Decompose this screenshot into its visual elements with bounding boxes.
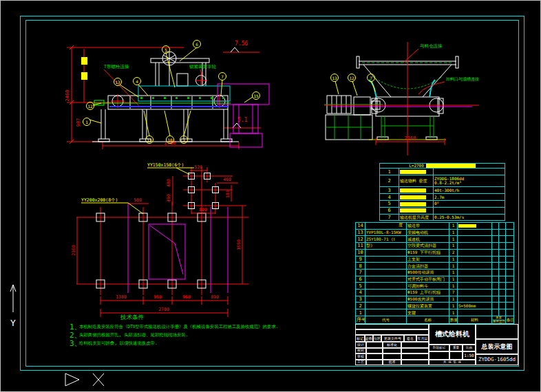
y-axis-label: Y xyxy=(10,318,16,328)
sign-cell[interactable] xyxy=(366,342,383,348)
cell-note xyxy=(506,229,514,236)
highlighted-text-bar[interactable] xyxy=(458,224,476,228)
dim-label: 2460 xyxy=(65,90,70,102)
cell-code xyxy=(365,256,407,263)
cell-w2 xyxy=(499,290,506,296)
cell-material xyxy=(458,249,492,256)
cell-qty: 1 xyxy=(449,256,458,263)
cell-note xyxy=(506,256,514,263)
highlighted-text-bar[interactable] xyxy=(400,208,426,213)
trough-highlight-box[interactable] xyxy=(138,86,230,101)
foundation-plan-drawing[interactable]: 530 480 490 460 181 800 500 1650 2160 13… xyxy=(66,160,266,323)
cell-note xyxy=(506,269,514,276)
highlighted-text-bar[interactable] xyxy=(400,188,426,193)
sign-cell[interactable] xyxy=(401,353,429,360)
cad-drawing-sheet[interactable]: 2460 987 2700 7.56 5.1 xyxy=(0,0,541,392)
cell-no: 1 xyxy=(380,168,399,175)
cell-material xyxy=(458,256,492,263)
cell-w2 xyxy=(499,296,506,303)
cell-w1 xyxy=(492,256,499,263)
cell-no: 4 xyxy=(356,290,365,296)
weight-value[interactable] xyxy=(449,351,463,360)
parameter-table[interactable]: L=2700 12输送物料 密度ZYDDG-1806dd 0.8-2.2t/m³… xyxy=(379,163,505,221)
cell-w2 xyxy=(499,263,506,270)
change-header: 签名 xyxy=(404,335,416,342)
cell-no: 7 xyxy=(356,269,365,276)
side-view-drawing[interactable]: 2460 987 2700 7.56 5.1 xyxy=(61,34,282,168)
cell-code xyxy=(365,263,407,270)
cell-qty: 1 xyxy=(449,303,458,309)
scale-label: 比例 xyxy=(463,345,476,351)
cell-no: 1 xyxy=(356,309,365,316)
cell-qty: 1 xyxy=(449,283,458,290)
doc-type: 总装示意图 xyxy=(476,339,518,354)
cell-value: 40t-300t/h xyxy=(434,187,505,194)
cell-name: 螺旋拉紧装置 xyxy=(407,303,449,309)
triangle-marker xyxy=(65,373,79,386)
balloon-number: 13 xyxy=(147,138,152,142)
cell-qty: 2 xyxy=(449,249,458,256)
dim-label: 490 xyxy=(166,194,171,202)
highlighted-text-bar[interactable] xyxy=(426,164,476,168)
highlighted-dim[interactable] xyxy=(81,57,87,65)
cell-no: 3 xyxy=(356,296,365,303)
cell-value: 0° xyxy=(434,201,505,208)
table-row: 42.7m xyxy=(380,194,505,201)
callout-label: 与料仓连接 xyxy=(420,43,443,49)
note-item: 1、 本机制造及安装应符合《DTⅡ型带式输送机设计手册》及《机械设备安装工程施工… xyxy=(70,323,302,331)
cell-code xyxy=(365,249,407,256)
stage-value[interactable] xyxy=(429,351,449,360)
change-header: 分区 xyxy=(373,335,381,342)
parts-list-table[interactable]: 14输送带113YVP180L-8-15KW变频电动机112ZSY180-71 … xyxy=(355,222,514,324)
dim-label: 1380 xyxy=(116,294,127,300)
skirt-seal-left xyxy=(369,80,376,97)
cell-code: YVP180L-8-15KW xyxy=(365,229,407,236)
cell-note xyxy=(506,303,514,309)
cell-code xyxy=(365,296,407,303)
cell-w1 xyxy=(492,309,499,316)
sign-cell[interactable] xyxy=(401,348,429,354)
cell-qty: 1 xyxy=(449,276,458,283)
stage-label: 阶段标记 xyxy=(429,345,449,351)
highlighted-text-bar[interactable] xyxy=(400,170,426,174)
idler-dots xyxy=(140,97,224,99)
dim-label: 960 xyxy=(182,294,191,300)
cell-w1 xyxy=(492,229,499,236)
col-header: 序号 xyxy=(356,316,365,324)
note-item: 3、 给料机支架可折叠, 以便快速更换皮带. xyxy=(70,340,302,347)
callout-label: T形螺栓连接 xyxy=(104,64,129,69)
sign-cell[interactable] xyxy=(401,360,429,366)
dim-label: 181 xyxy=(225,190,231,198)
sign-cell[interactable] xyxy=(366,360,383,366)
table-row: 9上支架1 xyxy=(356,256,514,263)
cell-w1 xyxy=(492,283,499,290)
callout-label: 卸料口与溜槽连接 xyxy=(446,76,479,82)
cell-w2 xyxy=(499,249,506,256)
cell-material xyxy=(458,236,492,243)
end-view-drawing[interactable]: 2160 与料仓连接 卸料口与溜槽连接 13 12 7 xyxy=(321,35,482,162)
balloons[interactable]: 13 12 7 xyxy=(331,74,375,82)
cell-label xyxy=(399,187,434,194)
cell-w1 xyxy=(492,223,499,230)
drawing-number: ZYDDG-1605dd xyxy=(476,354,518,365)
change-header: 标记 xyxy=(355,335,365,342)
cell-no: 2 xyxy=(380,175,399,187)
cell-w2 xyxy=(499,276,506,283)
sign-cell[interactable] xyxy=(366,353,383,360)
elevation-label: 7.56 xyxy=(235,41,248,47)
table-row: 6 xyxy=(380,207,505,214)
sign-cell[interactable] xyxy=(366,348,383,354)
cell-no: 13 xyxy=(356,229,365,236)
cell-no: 11 xyxy=(356,243,365,250)
table-row: 7输送机提升高度0.25-0.53m/s xyxy=(380,214,505,220)
highlighted-dim[interactable] xyxy=(81,72,87,80)
sign-cell[interactable] xyxy=(401,342,429,348)
sign-label: 工艺 xyxy=(355,360,366,366)
cell-code xyxy=(365,269,407,276)
highlighted-text-bar[interactable] xyxy=(400,195,426,199)
highlighted-text-bar[interactable] xyxy=(400,202,426,206)
title-block[interactable]: 标记 处数 分区 更改文件号 签名 年月日 设计 标准化 校对 审核 工艺 批准… xyxy=(355,324,518,365)
change-row-empty xyxy=(355,324,429,329)
cell-material xyxy=(458,229,492,236)
cell-qty: 7 xyxy=(449,290,458,296)
